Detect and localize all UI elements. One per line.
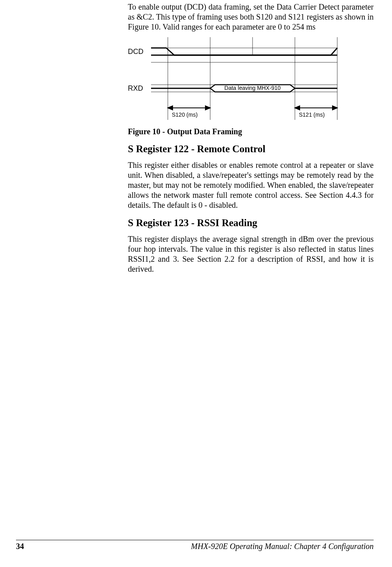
- figure-caption: Figure 10 - Output Data Framing: [128, 127, 374, 136]
- rxd-label: RXD: [128, 84, 143, 92]
- data-box-label: Data leaving MHX-910: [225, 85, 281, 91]
- s120-label: S120 (ms): [172, 111, 198, 118]
- page-footer: 34 MHX-920E Operating Manual: Chapter 4 …: [16, 540, 374, 551]
- svg-marker-16: [205, 106, 210, 110]
- intro-paragraph: To enable output (DCD) data framing, set…: [128, 2, 374, 32]
- main-content: To enable output (DCD) data framing, set…: [128, 2, 374, 278]
- section-122-heading: S Register 122 - Remote Control: [128, 143, 374, 155]
- timing-diagram: DCD RXD Data leaving MHX-910 S120 (ms) S…: [128, 36, 340, 123]
- footer-right-text: MHX-920E Operating Manual: Chapter 4 Con…: [191, 542, 374, 551]
- s121-label: S121 (ms): [299, 111, 325, 118]
- svg-marker-19: [332, 106, 337, 110]
- dcd-label: DCD: [128, 48, 143, 56]
- svg-marker-18: [295, 106, 300, 110]
- page-number: 34: [16, 542, 24, 551]
- section-123-body: This register displays the average signa…: [128, 234, 374, 274]
- section-123-heading: S Register 123 - RSSI Reading: [128, 217, 374, 229]
- section-122-body: This register either disables or enables…: [128, 160, 374, 210]
- svg-marker-15: [168, 106, 173, 110]
